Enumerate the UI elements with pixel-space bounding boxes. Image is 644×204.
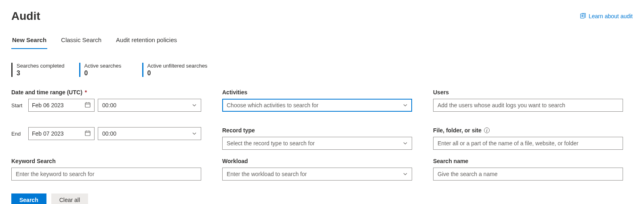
learn-link-label: Learn about audit (589, 13, 633, 19)
keyword-label: Keyword Search (11, 158, 201, 164)
stat-label: Active searches (84, 63, 128, 69)
stat-value: 0 (147, 70, 208, 77)
end-date-value: Feb 07 2023 (32, 130, 64, 137)
chevron-down-icon (403, 103, 408, 108)
search-button[interactable]: Search (11, 193, 46, 204)
file-input[interactable] (433, 137, 623, 150)
record-type-dropdown[interactable]: Select the record type to search for (222, 137, 412, 150)
end-time-value: 00:00 (102, 130, 116, 137)
workload-label: Workload (222, 158, 412, 164)
chevron-down-icon (403, 172, 408, 176)
activities-dropdown[interactable]: Choose which activities to search for (222, 99, 412, 112)
tabs: New Search Classic Search Audit retentio… (11, 34, 633, 49)
clear-all-button[interactable]: Clear all (51, 193, 88, 204)
tab-audit-retention-policies[interactable]: Audit retention policies (115, 34, 178, 49)
tab-new-search[interactable]: New Search (11, 34, 47, 49)
learn-about-audit-link[interactable]: Learn about audit (580, 13, 633, 20)
stat-active-searches: Active searches 0 (79, 63, 128, 77)
start-sub-label: Start (11, 102, 25, 108)
end-time-input[interactable]: 00:00 (98, 127, 201, 140)
required-asterisk: * (85, 89, 87, 96)
activities-label: Activities (222, 89, 412, 96)
start-date-input[interactable]: Feb 06 2023 (28, 99, 95, 112)
file-label: File, folder, or site i (433, 127, 623, 134)
start-time-value: 00:00 (102, 102, 116, 108)
stat-label: Searches completed (17, 63, 65, 69)
page-title: Audit (11, 10, 40, 23)
workload-dropdown[interactable]: Enter the workload to search for (222, 168, 412, 181)
users-label: Users (433, 89, 623, 96)
chevron-down-icon (192, 131, 197, 136)
search-name-input[interactable] (433, 168, 623, 181)
chevron-down-icon (192, 103, 197, 108)
calendar-icon (84, 102, 91, 109)
end-date-input[interactable]: Feb 07 2023 (28, 127, 95, 140)
record-type-label: Record type (222, 127, 412, 134)
stats-row: Searches completed 3 Active searches 0 A… (11, 63, 633, 77)
stat-value: 0 (84, 70, 128, 77)
users-input[interactable] (433, 99, 623, 112)
start-date-value: Feb 06 2023 (32, 102, 64, 108)
stat-label: Active unfiltered searches (147, 63, 208, 69)
end-sub-label: End (11, 131, 25, 137)
stat-value: 3 (17, 70, 65, 77)
svg-rect-4 (85, 103, 90, 107)
date-range-label: Date and time range (UTC)* (11, 89, 201, 96)
workload-placeholder: Enter the workload to search for (227, 171, 307, 177)
keyword-input[interactable] (11, 168, 201, 181)
activities-placeholder: Choose which activities to search for (227, 102, 318, 108)
start-time-input[interactable]: 00:00 (98, 99, 201, 112)
calendar-icon (84, 130, 91, 138)
stat-active-unfiltered-searches: Active unfiltered searches 0 (142, 63, 208, 77)
tab-classic-search[interactable]: Classic Search (60, 34, 102, 49)
info-icon[interactable]: i (484, 128, 490, 133)
svg-rect-8 (85, 131, 90, 136)
search-name-label: Search name (433, 158, 623, 164)
chevron-down-icon (403, 141, 408, 146)
stat-searches-completed: Searches completed 3 (11, 63, 65, 77)
learn-icon (580, 13, 586, 20)
record-type-placeholder: Select the record type to search for (227, 140, 315, 147)
